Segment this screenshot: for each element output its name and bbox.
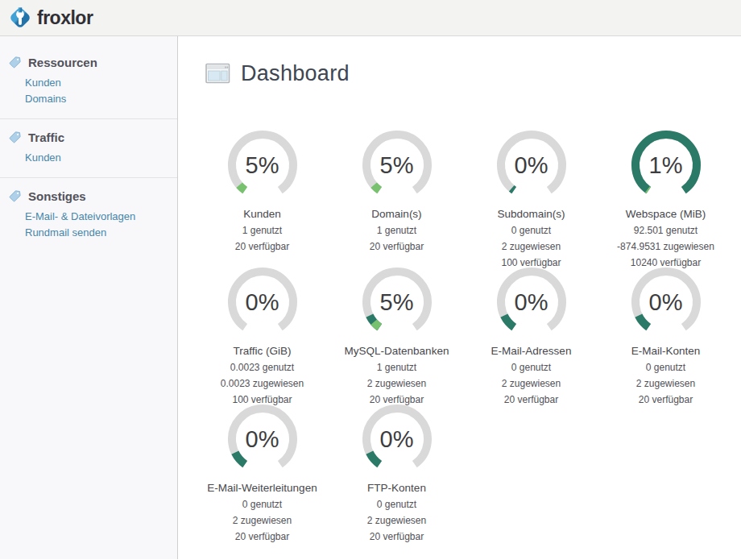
gauge-stat: 2 zugewiesen — [233, 515, 292, 526]
top-header: froxlor — [0, 0, 741, 36]
tag-icon — [8, 131, 22, 144]
gauge-ring: 1% — [629, 128, 703, 202]
gauge-stat: 20 verfügbar — [370, 241, 424, 252]
gauge-stat: 0 genutzt — [242, 499, 282, 510]
tag-icon — [8, 189, 22, 203]
gauge-card: 0%Traffic (GiB)0.0023 genutzt0.0023 zuge… — [195, 265, 329, 402]
gauge-card: 0%E-Mail-Konten0 genutzt2 zugewiesen20 v… — [598, 265, 733, 402]
dashboard-window-icon — [205, 61, 230, 85]
gauge-ring: 0% — [360, 402, 434, 476]
gauge-label: E-Mail-Konten — [631, 345, 701, 357]
gauge-stat: 1 genutzt — [377, 362, 416, 373]
gauge-stat: 2 zugewiesen — [367, 515, 426, 526]
sidebar-separator — [0, 118, 177, 119]
gauge-stat: 20 verfügbar — [235, 241, 289, 252]
gauge-label: Webspace (MiB) — [626, 208, 706, 220]
gauge-percent: 5% — [360, 265, 434, 339]
sidebar-section-sonstiges: SonstigesE-Mail- & DateivorlagenRundmail… — [0, 189, 177, 241]
sidebar-section-title: Ressourcen — [8, 56, 169, 69]
gauge-stat: 0.0023 zugewiesen — [221, 378, 304, 389]
gauge-stat: 2 zugewiesen — [636, 378, 695, 389]
gauge-stat: 1 genutzt — [377, 225, 416, 236]
gauge-stat: 20 verfügbar — [504, 394, 558, 405]
gauge-percent: 0% — [226, 402, 300, 476]
gauge-stat: 2 zugewiesen — [502, 378, 561, 389]
gauge-stat: 92.501 genutzt — [634, 225, 698, 236]
gauge-percent: 1% — [629, 128, 703, 202]
tag-icon — [8, 56, 22, 69]
gauge-label: E-Mail-Adressen — [491, 345, 572, 357]
gauge-ring: 0% — [495, 265, 569, 339]
sidebar-item-kunden[interactable]: Kunden — [25, 150, 169, 166]
sidebar-item-rundmail-senden[interactable]: Rundmail senden — [25, 225, 169, 241]
gauge-stat: 2 zugewiesen — [367, 378, 426, 389]
gauge-stat: 20 verfügbar — [235, 531, 289, 542]
gauge-card: 0%E-Mail-Adressen0 genutzt2 zugewiesen20… — [464, 265, 598, 402]
gauge-label: Subdomain(s) — [497, 208, 565, 220]
froxlor-logo-icon — [8, 5, 32, 31]
gauge-label: Traffic (GiB) — [233, 345, 291, 357]
gauge-card: 0%E-Mail-Weiterleitungen0 genutzt2 zugew… — [195, 402, 329, 539]
gauge-card: 5%MySQL-Datenbanken1 genutzt2 zugewiesen… — [329, 265, 464, 402]
sidebar-item-domains[interactable]: Domains — [25, 91, 169, 107]
gauge-card: 1%Webspace (MiB)92.501 genutzt-874.9531 … — [598, 128, 733, 265]
page-title: Dashboard — [205, 60, 741, 86]
gauge-stat: 2 zugewiesen — [502, 241, 561, 252]
gauge-percent: 0% — [226, 265, 300, 339]
gauge-percent: 0% — [495, 265, 569, 339]
gauge-stat: -874.9531 zugewiesen — [617, 241, 714, 252]
gauge-label: Kunden — [243, 208, 281, 220]
gauge-stat: 20 verfügbar — [370, 531, 424, 542]
froxlor-logo[interactable]: froxlor — [8, 5, 93, 31]
gauge-percent: 5% — [360, 128, 434, 202]
sidebar: RessourcenKundenDomainsTrafficKundenSons… — [0, 36, 178, 559]
gauge-ring: 5% — [226, 128, 300, 202]
gauge-percent: 5% — [226, 128, 300, 202]
sidebar-section-traffic: TrafficKunden — [0, 131, 177, 166]
gauge-card: 5%Domain(s)1 genutzt20 verfügbar — [329, 128, 464, 265]
gauge-ring: 5% — [360, 265, 434, 339]
sidebar-item-e-mail-dateivorlagen[interactable]: E-Mail- & Dateivorlagen — [25, 209, 169, 225]
froxlor-logo-text: froxlor — [37, 7, 93, 29]
gauge-ring: 0% — [629, 265, 703, 339]
gauge-stat: 0 genutzt — [377, 499, 416, 510]
gauge-card: 0%FTP-Konten0 genutzt2 zugewiesen20 verf… — [329, 402, 464, 539]
gauge-label: E-Mail-Weiterleitungen — [207, 482, 317, 494]
gauge-ring: 0% — [226, 265, 300, 339]
sidebar-section-title: Traffic — [8, 131, 169, 144]
sidebar-section-title-text: Sonstiges — [28, 189, 86, 203]
sidebar-section-title: Sonstiges — [8, 189, 169, 203]
gauge-ring: 0% — [495, 128, 569, 202]
gauge-stat: 20 verfügbar — [639, 394, 693, 405]
gauge-stat: 0 genutzt — [511, 362, 551, 373]
sidebar-section-title-text: Traffic — [28, 131, 64, 144]
gauge-stat: 0 genutzt — [511, 225, 551, 236]
gauge-ring: 0% — [226, 402, 300, 476]
main-content: Dashboard 5%Kunden1 genutzt20 verfügbar5… — [178, 36, 741, 559]
sidebar-section-title-text: Ressourcen — [28, 56, 97, 69]
gauge-stat: 0 genutzt — [646, 362, 685, 373]
gauge-grid: 5%Kunden1 genutzt20 verfügbar5%Domain(s)… — [195, 128, 741, 539]
gauge-card: 0%Subdomain(s)0 genutzt2 zugewiesen100 v… — [464, 128, 598, 265]
gauge-card: 5%Kunden1 genutzt20 verfügbar — [195, 128, 329, 265]
gauge-label: Domain(s) — [371, 208, 421, 220]
sidebar-item-kunden[interactable]: Kunden — [25, 75, 169, 91]
page-title-text: Dashboard — [241, 61, 350, 86]
gauge-stat: 1 genutzt — [242, 225, 282, 236]
gauge-label: MySQL-Datenbanken — [345, 345, 449, 357]
gauge-label: FTP-Konten — [367, 482, 426, 494]
gauge-stat: 0.0023 genutzt — [230, 362, 294, 373]
sidebar-section-ressourcen: RessourcenKundenDomains — [0, 56, 177, 107]
gauge-ring: 5% — [360, 128, 434, 202]
gauge-percent: 0% — [360, 402, 434, 476]
gauge-percent: 0% — [629, 265, 703, 339]
sidebar-separator — [0, 177, 177, 178]
gauge-percent: 0% — [495, 128, 569, 202]
